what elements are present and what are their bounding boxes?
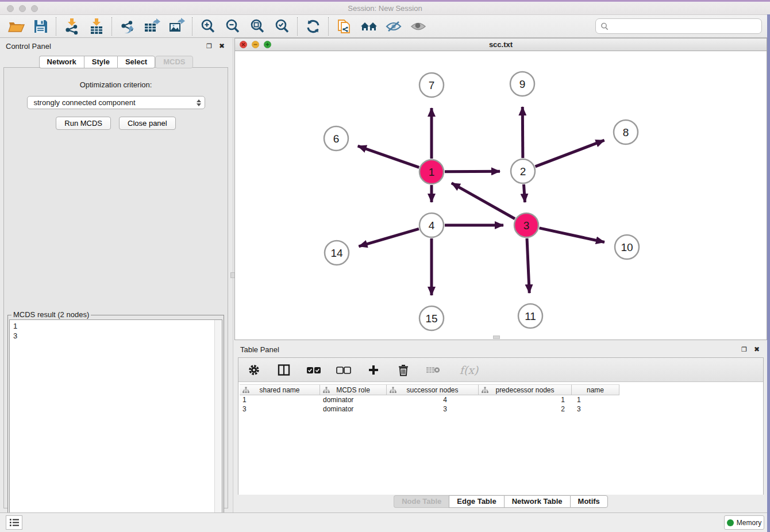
delete-table-button[interactable] bbox=[426, 361, 441, 379]
result-scrollbar[interactable] bbox=[214, 320, 222, 530]
export-table-button[interactable] bbox=[140, 16, 164, 37]
close-network-button[interactable] bbox=[240, 41, 247, 48]
graph-node-3[interactable]: 3 bbox=[514, 213, 538, 237]
graph-edge-2-3[interactable] bbox=[523, 184, 525, 202]
create-column-button[interactable] bbox=[366, 361, 381, 379]
close-window-button[interactable] bbox=[7, 5, 14, 12]
cell-name[interactable]: 3 bbox=[572, 404, 619, 414]
canvas-hscroll-handle[interactable] bbox=[493, 336, 500, 339]
graph-node-4[interactable]: 4 bbox=[419, 213, 444, 237]
memory-button[interactable]: Memory bbox=[724, 515, 764, 530]
show-all-button[interactable] bbox=[406, 16, 430, 37]
graph-node-2[interactable]: 2 bbox=[511, 159, 535, 183]
mcds-result-text[interactable]: 1 3 bbox=[9, 319, 222, 530]
graph-node-1[interactable]: 1 bbox=[419, 160, 444, 184]
graph-edge-3-11[interactable] bbox=[527, 238, 529, 293]
status-bar: Memory bbox=[0, 512, 770, 532]
zoom-out-button[interactable] bbox=[220, 16, 245, 37]
cell-mcds-role[interactable]: dominator bbox=[320, 395, 387, 404]
table-toolbar: f(x) bbox=[238, 358, 763, 382]
graph-node-label: 4 bbox=[429, 219, 435, 232]
new-network-from-selection-button[interactable] bbox=[332, 16, 356, 37]
tab-style[interactable]: Style bbox=[84, 56, 117, 68]
graph-node-8[interactable]: 8 bbox=[614, 120, 638, 144]
cell-name[interactable]: 1 bbox=[572, 395, 619, 404]
unselect-all-columns-button[interactable] bbox=[336, 361, 351, 379]
network-canvas[interactable]: 1234678910111415 bbox=[235, 52, 767, 340]
network-title: scc.txt bbox=[489, 40, 513, 49]
cell-successor-nodes[interactable]: 4 bbox=[387, 395, 479, 404]
network-window-controls bbox=[240, 41, 271, 48]
graph-edge-3-1[interactable] bbox=[452, 183, 515, 219]
maximize-window-button[interactable] bbox=[31, 5, 38, 12]
select-all-columns-button[interactable] bbox=[306, 361, 321, 379]
close-panel-button[interactable]: Close panel bbox=[119, 117, 176, 130]
cell-shared-name[interactable]: 3 bbox=[240, 404, 320, 414]
apply-layout-button[interactable] bbox=[301, 16, 325, 37]
graph-edge-3-10[interactable] bbox=[539, 228, 604, 242]
column-header-mcds-role[interactable]: MCDS role bbox=[320, 384, 387, 395]
graph-node-14[interactable]: 14 bbox=[325, 241, 349, 265]
import-network-button[interactable] bbox=[59, 16, 84, 37]
tab-select[interactable]: Select bbox=[117, 56, 155, 68]
cell-predecessor-nodes[interactable]: 1 bbox=[479, 395, 572, 404]
import-network-icon bbox=[64, 18, 80, 35]
tab-mcds[interactable]: MCDS bbox=[155, 56, 193, 68]
zoom-in-icon bbox=[200, 18, 216, 34]
network-window-titlebar[interactable]: scc.txt bbox=[235, 38, 767, 51]
table-row[interactable]: 3 dominator 3 2 3 bbox=[240, 404, 763, 414]
cell-successor-nodes[interactable]: 3 bbox=[387, 404, 479, 414]
graph-node-label: 10 bbox=[621, 241, 633, 253]
search-input[interactable] bbox=[609, 20, 761, 33]
graph-node-label: 15 bbox=[425, 313, 437, 325]
export-image-button[interactable] bbox=[164, 16, 189, 37]
zoom-selected-button[interactable] bbox=[270, 16, 294, 37]
close-panel-icon[interactable]: ✖ bbox=[217, 41, 226, 51]
tab-edge-table[interactable]: Edge Table bbox=[449, 495, 503, 508]
cell-shared-name[interactable]: 1 bbox=[240, 395, 320, 404]
close-table-panel-icon[interactable]: ✖ bbox=[752, 345, 761, 354]
task-history-button[interactable] bbox=[6, 515, 22, 530]
graph-edge-2-9[interactable] bbox=[522, 107, 523, 158]
zoom-fit-button[interactable] bbox=[245, 16, 270, 37]
home-networks-button[interactable] bbox=[356, 16, 381, 37]
cell-mcds-role[interactable]: dominator bbox=[320, 404, 387, 414]
run-mcds-button[interactable]: Run MCDS bbox=[56, 117, 111, 130]
float-panel-icon[interactable]: ❐ bbox=[205, 41, 214, 51]
delete-column-button[interactable] bbox=[396, 361, 411, 379]
zoom-in-button[interactable] bbox=[195, 16, 220, 37]
show-column-panel-button[interactable] bbox=[276, 361, 291, 379]
graph-node-15[interactable]: 15 bbox=[419, 306, 444, 330]
cell-predecessor-nodes[interactable]: 2 bbox=[479, 404, 572, 414]
column-header-shared-name[interactable]: shared name bbox=[240, 384, 320, 395]
graph-node-6[interactable]: 6 bbox=[324, 126, 348, 151]
graph-edge-2-8[interactable] bbox=[536, 140, 605, 167]
graph-node-7[interactable]: 7 bbox=[419, 73, 444, 97]
tab-network[interactable]: Network bbox=[39, 56, 84, 68]
save-session-button[interactable] bbox=[28, 16, 53, 37]
column-header-successor-nodes[interactable]: successor nodes bbox=[387, 384, 479, 395]
float-table-panel-icon[interactable]: ❐ bbox=[740, 345, 749, 354]
table-row[interactable]: 1 dominator 4 1 1 bbox=[240, 395, 763, 404]
minimize-network-button[interactable] bbox=[252, 41, 259, 48]
minimize-window-button[interactable] bbox=[19, 5, 26, 12]
graph-edge-4-14[interactable] bbox=[359, 229, 419, 246]
graph-node-9[interactable]: 9 bbox=[510, 72, 534, 96]
graph-node-11[interactable]: 11 bbox=[518, 304, 542, 328]
hide-selected-button[interactable] bbox=[381, 16, 406, 37]
maximize-network-button[interactable] bbox=[264, 41, 271, 48]
criterion-select[interactable]: strongly connected component bbox=[27, 96, 205, 109]
import-table-button[interactable] bbox=[84, 16, 109, 37]
open-session-button[interactable] bbox=[3, 16, 28, 37]
tab-motifs[interactable]: Motifs bbox=[570, 495, 608, 508]
column-header-name[interactable]: name bbox=[572, 384, 619, 395]
tab-network-table[interactable]: Network Table bbox=[504, 495, 570, 508]
column-header-predecessor-nodes[interactable]: predecessor nodes bbox=[479, 384, 572, 395]
export-network-button[interactable] bbox=[115, 16, 140, 37]
graph-node-10[interactable]: 10 bbox=[615, 235, 639, 259]
graph-edge-1-2[interactable] bbox=[445, 171, 500, 172]
table-settings-button[interactable] bbox=[247, 361, 261, 379]
tab-node-table[interactable]: Node Table bbox=[394, 495, 449, 508]
graph-edge-1-6[interactable] bbox=[358, 146, 419, 167]
function-builder-button[interactable]: f(x) bbox=[456, 361, 482, 379]
